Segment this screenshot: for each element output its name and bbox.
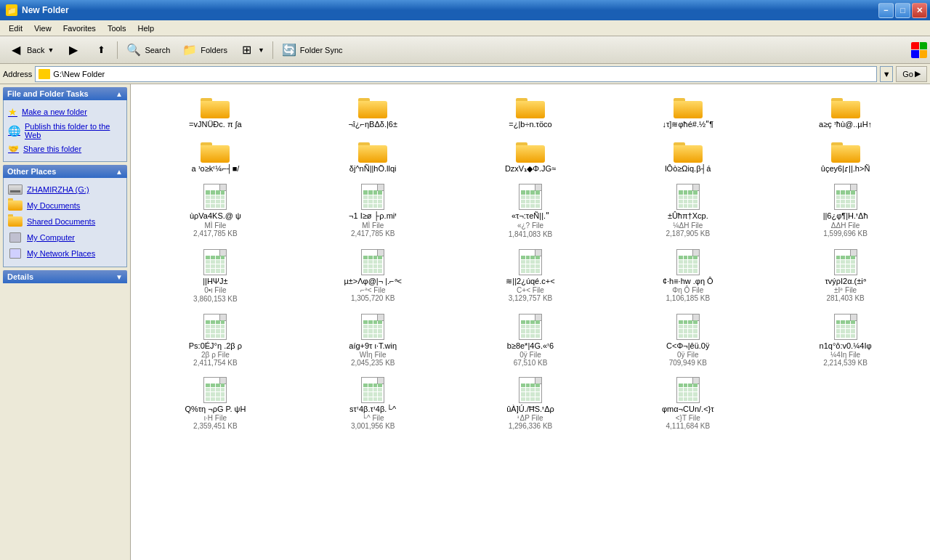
file-item[interactable]: τvýρΙ2α.(±iᵃ ±Ιᵃ File 281,403 KB [768, 245, 923, 307]
network-icon [9, 248, 21, 259]
menu-favorites[interactable]: Favorites [57, 23, 102, 34]
folder-icon [674, 139, 703, 163]
new-folder-icon: ★ [8, 106, 17, 118]
file-item[interactable]: ¬1 Ι≥ø ├ρ.miᶧ MÌ File 2,417,785 KB [296, 180, 450, 242]
file-size: 709,949 KB [669, 359, 707, 367]
back-button[interactable]: ◀ Back ▼ [3, 39, 59, 61]
folder-icon [358, 139, 387, 163]
file-name: «τ¬:τeÑ||.ʺ «¿? File 1,841,083 KB [509, 211, 553, 238]
title-bar-buttons: − □ ✕ [878, 3, 927, 18]
file-item[interactable]: ||ΗΨJ± 0•ι File 3,860,153 KB [138, 245, 293, 307]
menu-tools[interactable]: Tools [102, 23, 132, 34]
folder-item[interactable]: ¬î¿⌐ηΒΔδ.|6± [296, 92, 450, 133]
file-item[interactable]: n1q°ô:v0.¼4Ιφ ¼4Ιη File 2,214,539 KB [768, 310, 923, 370]
menu-bar: Edit View Favorites Tools Help [0, 20, 930, 36]
spreadsheet-icon [203, 184, 227, 210]
folders-button[interactable]: 📁 Folders [177, 39, 232, 61]
folder-icon [201, 95, 230, 118]
spreadsheet-grid [363, 384, 382, 401]
menu-edit[interactable]: Edit [3, 23, 28, 34]
file-name: ¢·h≡·hw .φη Ô [663, 277, 713, 286]
maximize-button[interactable]: □ [895, 3, 910, 18]
file-item[interactable]: ûÀ]Ú./ĦS.ᶧΔρ ᶧΔΡ File 1,296,336 KB [453, 373, 608, 434]
file-item[interactable]: «τ¬:τeÑ||.ʺ «¿? File 1,841,083 KB [453, 180, 608, 242]
file-folder-tasks-header[interactable]: File and Folder Tasks ▲ [3, 87, 127, 100]
folder-item[interactable]: =¿|b÷n.τöco [453, 92, 608, 133]
file-type: ι·Η File [204, 414, 227, 422]
place-zhamirzha[interactable]: ZHAMIRZHA (G:) [7, 182, 124, 197]
address-input[interactable]: G:\New Folder [35, 66, 877, 82]
spreadsheet-icon [834, 184, 857, 210]
spreadsheet-grid [521, 190, 540, 208]
file-type: C+< File [517, 286, 544, 294]
folder-item[interactable]: a≥ç ᶦħù@..µΗ↑ [768, 92, 923, 133]
file-size: 1,296,336 KB [509, 422, 553, 430]
folder-sync-icon: 🔄 [281, 42, 297, 58]
file-item[interactable]: φmα¬CUn/.<}τ <}Τ File 4,111,684 KB [610, 373, 765, 434]
drive-icon [8, 184, 23, 195]
file-type: MÌ File [204, 222, 226, 230]
folder-item[interactable]: ↓τ]≋φħé#.½ʺ¶ [610, 92, 765, 133]
publish-folder-link[interactable]: 🌐 Publish this folder to the Web [7, 121, 124, 141]
spreadsheet-grid [836, 256, 855, 273]
folder-icon [201, 139, 230, 163]
menu-view[interactable]: View [28, 23, 57, 34]
place-my-network[interactable]: My Network Places [7, 246, 124, 261]
file-item[interactable]: ±Ûħπ†Xcp. ¼ΔΗ File 2,187,905 KB [610, 180, 765, 242]
file-item[interactable]: µ±>Λφ@|¬ |.⌐ᵃ< ⌐ᵃ< File 1,305,720 KB [296, 245, 450, 307]
file-type: WÌη File [360, 351, 387, 359]
folder-icon [516, 95, 545, 118]
address-bar: Address G:\New Folder ▼ Go ▶ [0, 64, 930, 84]
address-dropdown[interactable]: ▼ [880, 66, 893, 82]
details-header[interactable]: Details ▼ [3, 270, 127, 283]
place-my-documents[interactable]: My Documents [7, 198, 124, 213]
menu-help[interactable]: Help [132, 23, 161, 34]
file-item[interactable]: aíg+9τ ι·Τ.wiη WÌη File 2,045,235 KB [296, 310, 450, 370]
file-item[interactable]: ||6¿φ¶|Η.ᶧΔħ ΔΔΗ File 1,599,696 KB [768, 180, 923, 242]
folder-item[interactable]: a ᶦo≥kᶦ¼⌐┤■/ [138, 136, 293, 177]
folder-name: DzxV₁◆Φ.JG≈ [505, 164, 556, 174]
file-item[interactable]: b≥8e*|4G.«ᶦ6 0ÿ File 67,510 KB [453, 310, 608, 370]
folder-item[interactable]: DzxV₁◆Φ.JG≈ [453, 136, 608, 177]
make-new-folder-link[interactable]: ★ Make a new folder [7, 105, 124, 119]
folder-sync-button[interactable]: 🔄 Folder Sync [276, 39, 348, 61]
share-folder-link[interactable]: 🤝 Share this folder [7, 142, 124, 155]
views-button[interactable]: ⊞ ▼ [234, 39, 270, 61]
folder-item[interactable]: =vJNÜĐc. π ∫a [138, 92, 293, 133]
file-type: ᶧΔΡ File [517, 414, 543, 422]
file-size: 2,045,235 KB [351, 359, 395, 367]
other-places-header[interactable]: Other Places ▲ [3, 165, 127, 178]
details-collapse-arrow: ▼ [116, 273, 123, 281]
places-collapse-arrow: ▲ [116, 168, 123, 176]
file-type: ⌐ᵃ< File [360, 286, 386, 294]
file-type: └^ File [362, 414, 384, 422]
spreadsheet-grid [679, 320, 698, 338]
folder-item[interactable]: lÔò≥Ωiq.β┤á [610, 136, 765, 177]
my-computer-icon [9, 232, 21, 243]
file-item[interactable]: C<Φ¬|êü.0ÿ 0ÿ File 709,949 KB [610, 310, 765, 370]
spreadsheet-grid [836, 320, 855, 338]
file-item[interactable]: ùρVa4KS.@ ψ MÌ File 2,417,785 KB [138, 180, 293, 242]
place-shared-documents[interactable]: Shared Documents [7, 214, 124, 229]
file-name: Ρs:0ÉJ°η .2β ρ [189, 341, 242, 351]
file-item[interactable]: Q%τη ¬ρG Ρ. ψΗ ι·Η File 2,359,451 KB [138, 373, 293, 434]
forward-button[interactable]: ▶ [60, 39, 86, 61]
file-item[interactable]: ¢·h≡·hw .φη Ô Φη Ô File 1,106,185 KB [610, 245, 765, 307]
file-name: sτᶦ4β.τᶦ4β.└^ [349, 405, 396, 414]
file-item[interactable]: sτᶦ4β.τᶦ4β.└^ └^ File 3,001,956 KB [296, 373, 450, 434]
file-name: C<Φ¬|êü.0ÿ [666, 341, 709, 351]
spreadsheet-grid [521, 384, 540, 401]
folder-item[interactable]: ûçey6|ɾ||.h>Ñ [768, 136, 923, 177]
search-button[interactable]: 🔍 Search [121, 39, 175, 61]
spreadsheet-icon [519, 314, 542, 340]
file-item[interactable]: ≋||2¿úqé.c+< C+< File 3,129,757 KB [453, 245, 608, 307]
folder-name: δj^nÑ||hÖ.llqi [349, 164, 397, 174]
go-button[interactable]: Go ▶ [896, 66, 927, 82]
minimize-button[interactable]: − [878, 3, 894, 18]
folder-item[interactable]: δj^nÑ||hÖ.llqi [296, 136, 450, 177]
up-button[interactable]: ⬆ [88, 39, 114, 61]
place-my-computer[interactable]: My Computer [7, 230, 124, 245]
close-button[interactable]: ✕ [912, 3, 927, 18]
file-size: 2,187,905 KB [666, 230, 710, 238]
file-item[interactable]: Ρs:0ÉJ°η .2β ρ 2β ρ File 2,411,754 KB [138, 310, 293, 370]
